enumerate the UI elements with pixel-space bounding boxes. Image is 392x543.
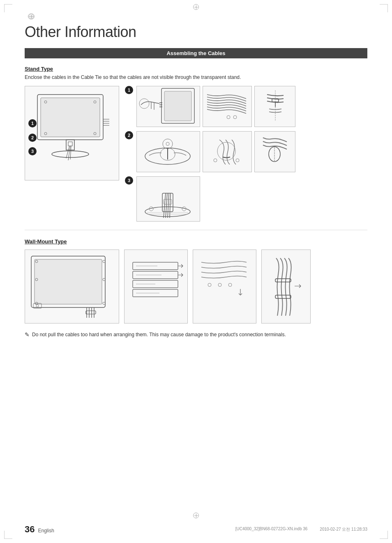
svg-point-70 [218,283,221,287]
steps-container: 1 [125,86,367,222]
wall-mount-diagrams [25,250,367,323]
step-3-row: 3 [125,176,367,222]
svg-point-21 [139,99,149,109]
svg-point-53 [103,278,105,281]
step-1-badge: 1 [125,86,133,94]
stand-diagrams-container: 1 2 3 [25,86,367,222]
svg-rect-17 [164,91,191,121]
step-2-img-1 [136,131,200,172]
wall-mount-img-1 [124,250,188,323]
step-3-img-1 [136,176,200,222]
separator [25,230,367,230]
svg-point-60 [36,305,39,307]
main-content: Other Information Assembling the Cables … [25,23,367,338]
stand-main-svg [25,86,115,177]
page-number: 36 [25,524,35,535]
svg-point-32 [214,159,217,162]
section-header: Assembling the Cables [25,48,367,58]
svg-point-28 [163,139,173,149]
svg-point-23 [233,116,237,119]
step-1-images [136,86,295,127]
page-number-area: 36 English [25,524,54,535]
svg-rect-47 [35,259,102,304]
footer-date: 2010-02-27 오전 11:28:33 [320,527,367,532]
step-badge-3-main: 3 [28,147,37,155]
stand-type-title: Stand Type [25,66,367,72]
bottom-cross-mark [193,513,199,518]
page-container: Other Information Assembling the Cables … [0,0,392,543]
footer-filename: [UC4000_32]BN68-02722G-XN.indb 36 [235,527,308,532]
step-badge-2-main: 2 [28,134,37,142]
note-icon: ✎ [25,331,30,338]
wall-mount-img-3 [261,250,311,323]
page-lang: English [38,528,54,534]
stand-type-desc: Enclose the cables in the Cable Tie so t… [25,74,367,80]
svg-rect-12 [68,142,72,146]
svg-point-33 [236,159,239,162]
corner-mark-tr [380,4,388,12]
footer-note-text: Do not pull the cables too hard when arr… [32,332,286,337]
step-3-images [136,176,200,222]
step-2-row: 2 [125,131,367,172]
wall-mount-img-2 [193,250,256,323]
step-1-img-3 [254,86,295,127]
svg-rect-1 [41,98,100,137]
stand-type-section: Stand Type Enclose the cables in the Cab… [25,66,367,222]
svg-rect-6 [66,140,74,150]
corner-mark-tl [4,4,12,12]
svg-line-14 [68,146,70,160]
top-cross-mark [193,4,199,10]
page-footer: 36 English [UC4000_32]BN68-02722G-XN.ind… [0,524,392,535]
wall-mount-title: Wall-Mount Type [25,238,367,245]
svg-rect-36 [162,193,173,212]
step-2-img-2 [203,131,252,172]
right-cross-mark [29,14,35,19]
step-2-badge: 2 [125,131,133,139]
step-badge-1-main: 1 [28,119,37,127]
svg-point-49 [103,260,105,263]
wall-mount-main-diagram [25,250,119,323]
svg-point-22 [227,116,230,119]
svg-point-51 [103,302,105,305]
step-2-images [136,131,295,172]
svg-point-69 [208,283,211,287]
wall-mount-section: Wall-Mount Type [25,238,367,323]
page-title: Other Information [25,23,367,41]
step-1-img-2 [203,86,252,127]
step-1-img-1 [136,86,200,127]
footer-file-info: [UC4000_32]BN68-02722G-XN.indb 36 2010-0… [235,527,367,532]
step-2-img-3 [254,131,295,172]
footer-note: ✎ Do not pull the cables too hard when a… [25,332,367,338]
stand-main-diagram: 1 2 3 [25,86,119,180]
step-3-badge: 3 [125,176,133,185]
step-1-row: 1 [125,86,367,127]
svg-point-29 [166,142,169,146]
svg-point-71 [228,283,232,287]
